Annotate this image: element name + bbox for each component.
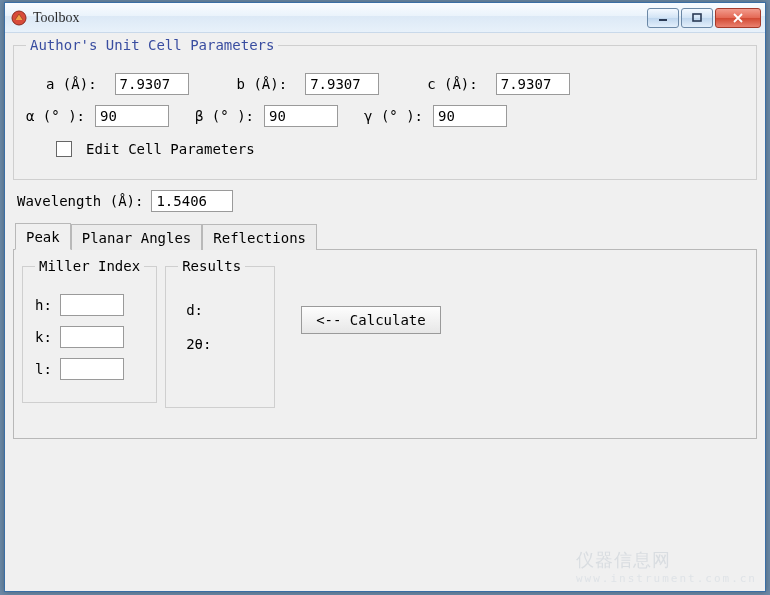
- lattice-angles-row: α (° ): β (° ): γ (° ):: [26, 105, 744, 127]
- k-input[interactable]: [60, 326, 124, 348]
- watermark-text: 仪器信息网: [576, 549, 671, 570]
- wavelength-row: Wavelength (Å):: [17, 190, 753, 212]
- c-label: c (Å):: [427, 76, 478, 92]
- miller-legend: Miller Index: [35, 258, 144, 274]
- close-button[interactable]: [715, 8, 761, 28]
- minimize-button[interactable]: [647, 8, 679, 28]
- miller-index-group: Miller Index h: k: l:: [22, 258, 157, 403]
- calculate-button[interactable]: <-- Calculate: [301, 306, 441, 334]
- h-label: h:: [35, 297, 52, 313]
- beta-label: β (° ):: [195, 108, 254, 124]
- wavelength-label: Wavelength (Å):: [17, 193, 143, 209]
- h-input[interactable]: [60, 294, 124, 316]
- unit-cell-legend: Author's Unit Cell Parameters: [26, 37, 278, 53]
- tab-panel-peak: Miller Index h: k: l: Results: [13, 249, 757, 439]
- alpha-input[interactable]: [95, 105, 169, 127]
- l-label: l:: [35, 361, 52, 377]
- window-controls: [647, 8, 761, 28]
- d-label: d:: [186, 302, 203, 318]
- tab-reflections[interactable]: Reflections: [202, 224, 317, 250]
- b-label: b (Å):: [237, 76, 288, 92]
- edit-cell-label: Edit Cell Parameters: [86, 141, 255, 157]
- l-input[interactable]: [60, 358, 124, 380]
- app-window: Toolbox Author's Unit Cell Parameters a …: [4, 2, 766, 592]
- tab-peak[interactable]: Peak: [15, 223, 71, 250]
- beta-input[interactable]: [264, 105, 338, 127]
- two-theta-label: 2θ:: [186, 336, 211, 352]
- b-input[interactable]: [305, 73, 379, 95]
- edit-cell-row: Edit Cell Parameters: [26, 141, 744, 157]
- titlebar[interactable]: Toolbox: [5, 3, 765, 33]
- maximize-button[interactable]: [681, 8, 713, 28]
- app-icon: [11, 10, 27, 26]
- a-label: a (Å):: [46, 76, 97, 92]
- gamma-label: γ (° ):: [364, 108, 423, 124]
- svg-rect-1: [659, 19, 667, 21]
- tab-planar-angles[interactable]: Planar Angles: [71, 224, 203, 250]
- svg-rect-2: [693, 14, 701, 21]
- alpha-label: α (° ):: [26, 108, 85, 124]
- edit-cell-checkbox[interactable]: [56, 141, 72, 157]
- watermark-url: www.instrument.com.cn: [576, 572, 757, 585]
- results-group: Results d: 2θ:: [165, 258, 275, 408]
- a-input[interactable]: [115, 73, 189, 95]
- results-legend: Results: [178, 258, 245, 274]
- client-area: Author's Unit Cell Parameters a (Å): b (…: [5, 33, 765, 591]
- gamma-input[interactable]: [433, 105, 507, 127]
- calculate-wrap: <-- Calculate: [283, 258, 441, 334]
- tabstrip: Peak Planar Angles Reflections: [13, 222, 757, 249]
- c-input[interactable]: [496, 73, 570, 95]
- window-title: Toolbox: [33, 10, 647, 26]
- watermark: 仪器信息网 www.instrument.com.cn: [576, 548, 757, 585]
- k-label: k:: [35, 329, 52, 345]
- wavelength-input[interactable]: [151, 190, 233, 212]
- lattice-abc-row: a (Å): b (Å): c (Å):: [26, 73, 744, 95]
- unit-cell-group: Author's Unit Cell Parameters a (Å): b (…: [13, 37, 757, 180]
